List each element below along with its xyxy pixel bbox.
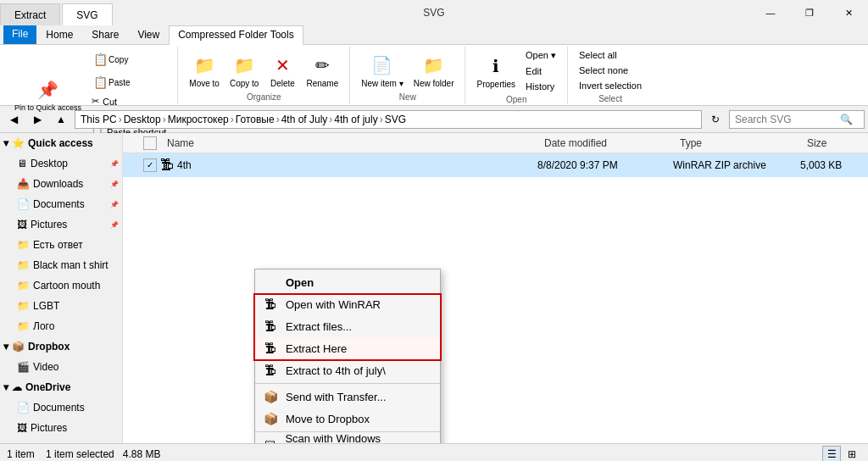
sidebar-item-documents[interactable]: 📄 Documents 📌 — [0, 194, 122, 214]
ctx-open[interactable]: Open — [255, 271, 440, 293]
extract-files-icon: 🗜 — [262, 318, 279, 335]
col-size-header[interactable]: Size — [800, 137, 868, 149]
history-button[interactable]: History — [521, 80, 560, 93]
ctx-extract-group: 🗜 Extract files... 🗜 Extract Here — [255, 315, 440, 359]
address-path[interactable]: This PC › Desktop › Микростокер › Готовы… — [75, 110, 702, 129]
path-item[interactable]: SVG — [385, 114, 406, 125]
ctx-scan-defender[interactable]: 🛡 Scan with Windows Defender... — [255, 434, 440, 443]
sidebar-item-cartoon[interactable]: 📁 Cartoon mouth — [0, 275, 122, 296]
select-all-button[interactable]: Select all — [575, 48, 646, 62]
sidebar-item-onedrive-docs[interactable]: 📄 Documents — [0, 397, 122, 418]
edit-button[interactable]: Edit — [521, 64, 560, 78]
ctx-extract-here[interactable]: 🗜 Extract Here — [255, 337, 440, 359]
sidebar-quick-access[interactable]: ▾ ⭐ Quick access — [0, 133, 122, 153]
ctx-winrar-label: Open with WinRAR — [286, 298, 381, 311]
close-button[interactable]: ✕ — [829, 0, 868, 25]
path-item[interactable]: Микростокер — [168, 114, 229, 125]
ctx-extract-to[interactable]: 🗜 Extract to 4th of july\ — [255, 359, 440, 381]
transfer-icon: 📦 — [262, 388, 279, 405]
new-folder-button[interactable]: 📁 New folder — [409, 49, 459, 91]
ribbon: File Home Share View Compressed Folder T… — [0, 25, 868, 106]
path-item[interactable]: 4th of july — [334, 114, 377, 125]
path-item[interactable]: This PC — [81, 114, 117, 125]
sidebar-item-downloads[interactable]: 📥 Downloads 📌 — [0, 174, 122, 194]
ctx-extract-here-label: Extract Here — [286, 342, 347, 355]
extract-here-icon: 🗜 — [262, 340, 279, 357]
header-checkbox[interactable] — [143, 136, 157, 150]
sidebar-dropbox[interactable]: ▾ 📦 Dropbox — [0, 336, 122, 357]
copy-to-icon: 📁 — [231, 52, 258, 79]
ribbon-tab-home[interactable]: Home — [36, 25, 82, 44]
pin-button[interactable]: 📌 Pin to Quick access — [10, 74, 86, 114]
new-item-button[interactable]: 📄 New item ▾ — [357, 49, 407, 91]
properties-button[interactable]: ℹ Properties — [472, 50, 520, 92]
invert-selection-button[interactable]: Invert selection — [575, 79, 646, 92]
large-icons-view-button[interactable]: ⊞ — [843, 446, 861, 462]
select-none-button[interactable]: Select none — [575, 64, 646, 77]
sidebar-item-lgbt[interactable]: 📁 LGBT — [0, 296, 122, 316]
search-input[interactable] — [735, 114, 837, 125]
sidebar-item-video[interactable]: 🎬 Video — [0, 357, 122, 377]
pictures-label: Pictures — [31, 219, 67, 230]
sidebar-item-black-man[interactable]: 📁 Black man t shirt — [0, 255, 122, 275]
up-button[interactable]: ▲ — [51, 109, 71, 130]
paste-button[interactable]: 📋 Paste — [87, 71, 170, 93]
file-list-header: Name Date modified Type Size — [123, 133, 868, 153]
col-date-header[interactable]: Date modified — [537, 137, 673, 149]
path-item[interactable]: 4th of July — [281, 114, 328, 125]
back-button[interactable]: ◀ — [3, 109, 24, 130]
ctx-send-transfer-label: Send with Transfer... — [286, 391, 387, 403]
tab-svg[interactable]: SVG — [62, 3, 112, 25]
table-row[interactable]: ✓ 🗜 4th 8/8/2020 9:37 PM WinRAR ZIP arch… — [123, 153, 868, 177]
ribbon-tab-share[interactable]: Share — [82, 25, 128, 44]
ctx-send-transfer[interactable]: 📦 Send with Transfer... — [255, 386, 440, 408]
delete-button[interactable]: ✕ Delete — [264, 49, 300, 91]
pin-label: Pin to Quick access — [14, 103, 81, 112]
ribbon-tab-compressed[interactable]: Compressed Folder Tools — [169, 25, 303, 45]
cut-label: Cut — [103, 97, 117, 107]
col-name-header[interactable]: Name — [160, 137, 537, 149]
sidebar-item-vlozheniya[interactable]: 📁 Вложения — [0, 438, 122, 443]
sidebar-item-desktop[interactable]: 🖥 Desktop 📌 — [0, 153, 122, 174]
copy-to-button[interactable]: 📁 Copy to — [225, 49, 263, 91]
ctx-extract-files-label: Extract files... — [286, 320, 352, 333]
details-view-button[interactable]: ☰ — [822, 446, 841, 462]
refresh-button[interactable]: ↻ — [705, 109, 726, 130]
path-item[interactable]: Desktop — [124, 114, 161, 125]
pin-icon: 📌 — [35, 76, 62, 103]
cut-button[interactable]: ✂ Cut — [87, 94, 170, 108]
rename-button[interactable]: ✏ Rename — [302, 49, 342, 91]
sidebar-item-pictures[interactable]: 🖼 Pictures 📌 — [0, 214, 122, 235]
file-name: 4th — [177, 159, 537, 171]
sidebar-item-logo[interactable]: 📁 Лого — [0, 316, 122, 336]
maximize-button[interactable]: ❐ — [790, 0, 829, 25]
ribbon-tab-file[interactable]: File — [3, 25, 36, 44]
move-to-button[interactable]: 📁 Move to — [185, 49, 224, 91]
sidebar-item-est-otvet[interactable]: 📁 Есть ответ — [0, 235, 122, 255]
downloads-icon: 📥 — [17, 178, 30, 190]
new-group: 📄 New item ▾ 📁 New folder New — [350, 47, 465, 103]
delete-label: Delete — [270, 79, 295, 88]
search-icon[interactable]: 🔍 — [840, 114, 853, 125]
tab-extract[interactable]: Extract — [0, 3, 60, 25]
copy-button[interactable]: 📋 Copy — [87, 48, 170, 70]
new-folder-label: New folder — [414, 79, 454, 88]
col-type-header[interactable]: Type — [673, 137, 800, 149]
forward-button[interactable]: ▶ — [27, 109, 47, 130]
ctx-move-dropbox[interactable]: 📦 Move to Dropbox — [255, 408, 440, 430]
sidebar-item-onedrive-pics[interactable]: 🖼 Pictures — [0, 418, 122, 438]
folder-icon: 📁 — [17, 442, 30, 443]
ribbon-tabs: File Home Share View Compressed Folder T… — [0, 25, 868, 44]
path-item[interactable]: Готовые — [236, 114, 275, 125]
ribbon-tab-view[interactable]: View — [128, 25, 169, 44]
defender-icon: 🛡 — [262, 436, 278, 443]
open-dropdown-button[interactable]: Open ▾ — [521, 48, 560, 63]
row-checkbox[interactable]: ✓ — [143, 158, 157, 172]
search-box[interactable]: 🔍 — [729, 110, 865, 129]
new-label: New — [399, 92, 416, 102]
ctx-open-winrar[interactable]: 🗜 Open with WinRAR — [255, 293, 440, 315]
sidebar-onedrive[interactable]: ▾ ☁ OneDrive — [0, 377, 122, 397]
onedrive-docs-label: Documents — [33, 402, 85, 414]
minimize-button[interactable]: — — [751, 0, 790, 25]
ctx-extract-files[interactable]: 🗜 Extract files... — [255, 315, 440, 337]
